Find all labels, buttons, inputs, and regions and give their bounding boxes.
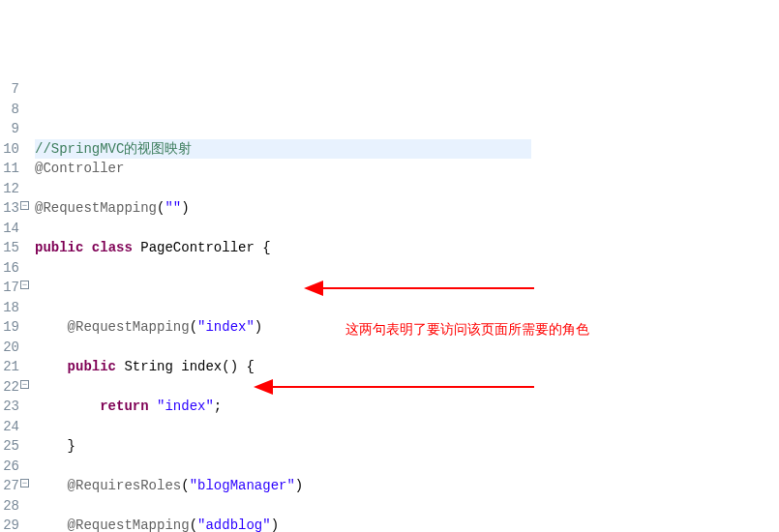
code-line: @RequestMapping(""): [35, 198, 531, 219]
line-number: 26: [0, 457, 19, 477]
code-line: }: [35, 436, 531, 457]
line-number: 9: [0, 119, 19, 139]
line-number: 10: [0, 139, 19, 160]
keyword-token: return: [100, 399, 148, 414]
annotation-callout-text: 这两句表明了要访问该页面所需要的角色: [345, 319, 589, 340]
code-line: @RequiresRoles("blogManager"): [35, 476, 531, 496]
line-number: 7: [0, 79, 19, 100]
code-line: public class PageController {: [35, 238, 531, 258]
code-line: [35, 278, 531, 298]
line-number: 20: [0, 338, 19, 358]
string-token: "index": [157, 399, 214, 414]
line-number: 14: [0, 219, 19, 239]
annotation-token: @RequestMapping: [68, 319, 190, 335]
code-line: @RequestMapping("addblog"): [35, 516, 531, 532]
line-number-gutter: 78910111213−14151617−1819202122−23242526…: [0, 79, 21, 532]
line-number: 15: [0, 238, 19, 258]
line-number: 29: [0, 516, 19, 532]
keyword-token: public: [68, 359, 116, 374]
line-number: 17−: [0, 278, 19, 298]
string-token: "index": [197, 319, 255, 335]
line-number: 11: [0, 159, 19, 179]
keyword-token: class: [92, 240, 133, 255]
line-number: 12: [0, 179, 19, 199]
code-line: return "index";: [35, 397, 531, 417]
line-number: 24: [0, 417, 19, 437]
comment: //SpringMVC的视图映射: [35, 141, 192, 157]
code-line-highlight: //SpringMVC的视图映射: [35, 139, 531, 160]
line-number: 21: [0, 357, 19, 377]
code-line: @Controller: [35, 159, 531, 179]
string-token: "": [165, 200, 181, 216]
line-number: 18: [0, 298, 19, 318]
annotation-token: @RequestMapping: [35, 200, 157, 216]
string-token: "blogManager": [190, 478, 295, 493]
annotation-token: @RequestMapping: [68, 517, 190, 532]
line-number: 23: [0, 397, 19, 417]
line-number: 16: [0, 258, 19, 279]
line-number: 27−: [0, 476, 19, 496]
code-editor: 78910111213−14151617−1819202122−23242526…: [0, 79, 779, 532]
code-line: public String index() {: [35, 357, 531, 377]
annotation-token: @Controller: [35, 161, 124, 176]
line-number: 22−: [0, 377, 19, 398]
line-number: 8: [0, 100, 19, 120]
line-number: 25: [0, 436, 19, 457]
string-token: "addblog": [197, 517, 271, 532]
line-number: 19: [0, 317, 19, 338]
line-number: 28: [0, 496, 19, 517]
code-line: [35, 100, 531, 120]
keyword-token: public: [35, 240, 83, 255]
code-area: //SpringMVC的视图映射 @Controller @RequestMap…: [21, 79, 531, 532]
line-number: 13−: [0, 198, 19, 219]
annotation-token: @RequiresRoles: [68, 478, 182, 493]
